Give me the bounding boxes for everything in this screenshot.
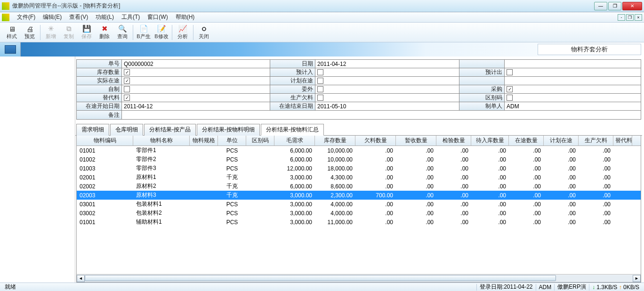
checkbox[interactable] [317, 78, 323, 84]
form-value[interactable]: ✓ [122, 94, 270, 102]
checkbox[interactable] [124, 86, 130, 92]
table-row[interactable]: 03002包装材料2PCS3,000.004,000.00.00.00.00.0… [77, 209, 641, 218]
table-row[interactable]: 01001辅助材料1PCS3,000.0011,000.00.00.00.00.… [77, 218, 641, 226]
checkbox[interactable]: ✓ [507, 86, 513, 92]
menu-item-2[interactable]: 查看(V) [65, 12, 92, 22]
form-value[interactable] [315, 77, 459, 85]
table-cell: 6,000.00 [274, 156, 315, 163]
checkbox[interactable] [317, 86, 323, 92]
table-row[interactable]: 01003零部件3PCS12,000.0018,000.00.00.00.00.… [77, 164, 641, 173]
form-value[interactable] [315, 85, 459, 93]
checkbox[interactable]: ✓ [124, 69, 130, 75]
analyze-button[interactable]: 📈分析 [174, 24, 192, 41]
delete-button[interactable]: ✖删除 [96, 24, 113, 41]
preview-button[interactable]: 🖨预览 [21, 24, 39, 41]
close-button[interactable]: ⭘关闭 [195, 24, 213, 41]
scroll-thumb[interactable] [85, 275, 556, 281]
form-value[interactable] [122, 85, 270, 93]
checkbox[interactable] [507, 95, 513, 101]
table-row[interactable]: 01001零部件1PCS6,000.0010,000.00.00.00.00.0… [77, 146, 641, 155]
column-header[interactable]: 欠料数量 [355, 136, 396, 146]
tab-1[interactable]: 仓库明细 [110, 124, 143, 136]
form-value[interactable] [315, 68, 459, 76]
form-value[interactable]: ✓ [122, 77, 270, 85]
horizontal-scrollbar[interactable]: ◄ ► [77, 274, 641, 282]
form-value[interactable]: Q00000002 [122, 60, 270, 68]
grid-body[interactable]: 01001零部件1PCS6,000.0010,000.00.00.00.00.0… [77, 146, 641, 274]
tab-2[interactable]: 分析结果-按产品 [144, 124, 196, 136]
form-value[interactable]: ✓ [122, 68, 270, 76]
checkbox[interactable] [317, 95, 323, 101]
form-value[interactable] [122, 111, 641, 119]
maximize-button[interactable]: ❐ [608, 2, 621, 10]
form-value[interactable] [505, 77, 641, 85]
column-header[interactable]: 暂收数量 [396, 136, 436, 146]
column-header[interactable]: 毛需求 [274, 136, 315, 146]
column-header[interactable]: 库存数量 [315, 136, 355, 146]
table-cell: 4,000.00 [315, 210, 355, 217]
table-cell: 原材料2 [133, 182, 190, 191]
form-value[interactable] [505, 60, 641, 68]
column-header[interactable]: 区别码 [246, 136, 274, 146]
minimize-button[interactable]: — [594, 2, 607, 10]
column-header[interactable]: 计划在途 [544, 136, 579, 146]
tab-0[interactable]: 需求明细 [76, 124, 109, 136]
close-window-button[interactable]: ✕ [622, 2, 642, 10]
table-cell: .00 [509, 174, 544, 181]
table-row[interactable]: 02003原材料3千克3,000.002,300.00700.00.00.00.… [77, 191, 641, 200]
bgen-button[interactable]: 📄B产生 [135, 24, 153, 41]
form-label: 在途开始日期 [77, 102, 122, 110]
query-button[interactable]: 🔍查询 [113, 24, 131, 41]
table-row[interactable]: 01002零部件2PCS6,000.0010,000.00.00.00.00.0… [77, 155, 641, 164]
table-cell: 3,000.00 [274, 218, 315, 226]
style-button[interactable]: 🖥样式 [3, 24, 21, 41]
column-header[interactable]: 物料规格 [190, 136, 218, 146]
column-header[interactable]: 生产欠料 [579, 136, 613, 146]
menu-item-3[interactable]: 功能(L) [92, 12, 118, 22]
style-button-label: 样式 [7, 33, 17, 40]
mdi-restore-button[interactable]: ❐ [626, 14, 634, 21]
column-header[interactable]: 物料编码 [77, 136, 133, 146]
tab-4[interactable]: 分析结果-按物料汇总 [261, 124, 324, 136]
table-cell: .00 [355, 218, 396, 226]
form-value[interactable] [505, 68, 641, 76]
menu-item-6[interactable]: 帮助(H) [172, 12, 199, 22]
column-header[interactable]: 检验数量 [436, 136, 471, 146]
toolbar-separator [40, 25, 40, 40]
mdi-close-button[interactable]: × [635, 14, 642, 21]
mini-tab[interactable] [0, 42, 21, 57]
checkbox[interactable]: ✓ [124, 95, 130, 101]
form-value[interactable]: 2011-05-10 [315, 102, 459, 110]
column-header[interactable]: 单位 [218, 136, 246, 146]
column-header[interactable]: 替代料 [613, 136, 632, 146]
table-row[interactable]: 02002原材料2千克6,000.008,600.00.00.00.00.00.… [77, 182, 641, 191]
scroll-right-button[interactable]: ► [633, 275, 641, 282]
table-row[interactable]: 03001包装材料1PCS3,000.004,000.00.00.00.00.0… [77, 200, 641, 209]
mdi-minimize-button[interactable]: - [618, 14, 625, 21]
table-row[interactable]: 02001原材料1千克3,000.004,300.00.00.00.00.00.… [77, 173, 641, 182]
menu-item-5[interactable]: 窗口(W) [144, 12, 171, 22]
menu-item-0[interactable]: 文件(F) [13, 12, 39, 22]
table-cell: .00 [509, 156, 544, 163]
form-label: 计划在途 [270, 77, 315, 85]
form-value[interactable]: 2011-04-12 [315, 60, 459, 68]
table-cell: .00 [355, 183, 396, 190]
column-header[interactable]: 物料名称 [133, 136, 190, 146]
column-header[interactable]: 待入库数量 [471, 136, 509, 146]
scroll-left-button[interactable]: ◄ [77, 275, 85, 282]
checkbox[interactable] [507, 69, 513, 75]
form-value[interactable] [505, 94, 641, 102]
checkbox[interactable]: ✓ [124, 78, 130, 84]
form-value[interactable] [315, 94, 459, 102]
form-value[interactable]: ADM [505, 102, 641, 110]
scroll-track[interactable] [85, 275, 633, 282]
menu-item-4[interactable]: 工具(T) [118, 12, 144, 22]
form-value[interactable]: 2011-04-12 [122, 102, 270, 110]
bmod-button[interactable]: 📝B修改 [153, 24, 170, 41]
menu-item-1[interactable]: 编辑(E) [39, 12, 65, 22]
column-header[interactable]: 在途数量 [509, 136, 544, 146]
checkbox[interactable] [317, 69, 323, 75]
table-cell: 700.00 [355, 192, 396, 199]
form-value[interactable]: ✓ [505, 85, 641, 93]
tab-3[interactable]: 分析结果-按物料明细 [197, 124, 260, 136]
